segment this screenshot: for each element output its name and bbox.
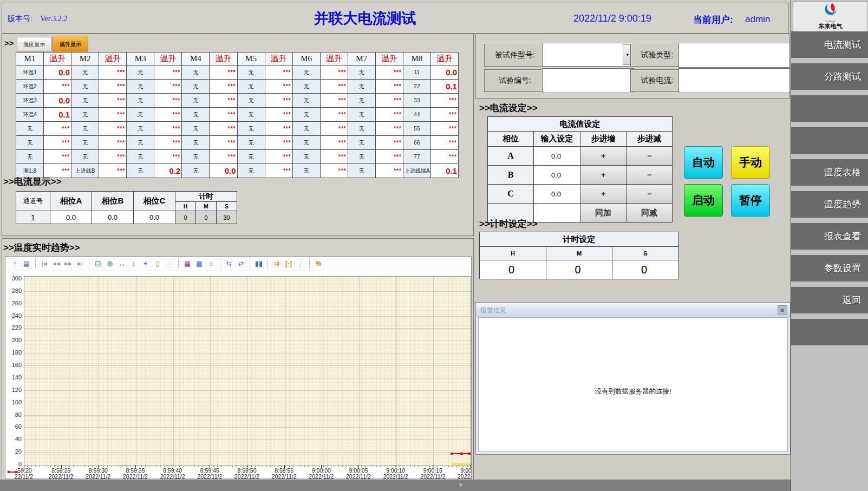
test-current-label: 试验电流: [630, 69, 684, 92]
sensor-label: 55 [403, 122, 430, 136]
cursor-track-icon[interactable]: ⇉ [271, 258, 282, 269]
phase-b-dec-button[interactable]: − [626, 166, 673, 185]
y-tick-label: 60 [6, 423, 22, 430]
sidebar-item-temp-table[interactable]: 温度表格 [791, 159, 868, 186]
integral-icon[interactable]: ∫ [295, 258, 306, 269]
empty-set-input[interactable] [534, 204, 580, 222]
current-display-table: 通道号 相位A 相位B 相位C 计时 H M S 1 0.0 0.0 0.0 0… [16, 191, 237, 224]
sidebar-item-current-test[interactable]: 电流测试 [791, 31, 868, 58]
test-info-panel: 被试件型号: ▼ 试验类型: 试验编号: 试验电流: [475, 34, 790, 99]
phase-b-set-input[interactable]: 0.0 [534, 166, 580, 185]
rise-value: *** [430, 136, 458, 150]
sidebar-item-temp-trend[interactable]: 温度趋势 [791, 191, 868, 218]
report-export-icon[interactable]: ▤ [21, 258, 32, 269]
nav-next-icon[interactable]: ▶▶ [63, 258, 74, 269]
rise-value: *** [99, 122, 127, 136]
close-icon[interactable]: ▦ [778, 305, 787, 315]
zoom-reset-icon[interactable]: ⊡ [93, 258, 103, 269]
sidebar-item-back[interactable]: 返回 [791, 287, 868, 313]
sidebar-item-param-setting[interactable]: 参数设置 [791, 255, 868, 281]
x-tick-label: 8:59:502022/11/2 [228, 468, 266, 479]
sidebar-item-blank-1[interactable] [791, 95, 868, 122]
sensor-label: 无 [71, 80, 99, 94]
temp-table-row: 环温40.1无***无***无***无***无***无***44*** [16, 108, 459, 122]
phase-b-inc-button[interactable]: + [580, 166, 626, 185]
toolbar-separator [220, 259, 220, 269]
zoom-vertical-icon[interactable]: ↕ [128, 258, 139, 269]
dut-model-label: 被试件型号: [484, 44, 546, 67]
timer-setting-table-title: 计时设定 [480, 232, 679, 247]
rise-value: *** [375, 122, 403, 136]
help-icon[interactable]: ? [9, 258, 20, 269]
rise-value: *** [430, 122, 458, 136]
auto-button[interactable]: 自动 [684, 146, 723, 179]
timer-m-input[interactable]: 0 [546, 260, 612, 279]
phase-b-value: 0.0 [92, 211, 134, 224]
sidebar-item-blank-2[interactable] [791, 127, 868, 154]
tab-temperature-display[interactable]: 温度显示 [17, 37, 51, 52]
toolbar-separator [250, 259, 250, 269]
shift-left-icon[interactable]: ⇆ [224, 258, 234, 269]
nav-first-icon[interactable]: |◀ [39, 258, 50, 269]
test-type-input[interactable] [678, 43, 790, 68]
percent-scale-icon[interactable]: % [313, 258, 324, 269]
pause-icon[interactable]: ▮▮ [253, 258, 264, 269]
phase-c-dec-button[interactable]: − [626, 185, 673, 204]
rise-value: *** [99, 108, 127, 122]
scrollbar-thumb[interactable]: ▼ [458, 481, 464, 489]
phase-c-inc-button[interactable]: + [580, 185, 626, 204]
timer-s-input[interactable]: 0 [612, 260, 679, 279]
test-current-input[interactable] [678, 68, 790, 93]
grid-add-icon[interactable]: ▩ [194, 258, 205, 269]
timer-col-s: S [612, 247, 679, 260]
sidebar-item-blank-3[interactable] [791, 319, 868, 345]
temp-table-row: 无***无***无***无***无***无***无***66*** [16, 136, 459, 150]
rise-value: *** [375, 66, 403, 80]
phase-a-dec-button[interactable]: − [626, 147, 673, 166]
phase-a-inc-button[interactable]: + [580, 147, 626, 166]
all-dec-button[interactable]: 同减 [626, 204, 673, 222]
pause-button[interactable]: 暂停 [731, 184, 770, 217]
all-inc-button[interactable]: 同加 [580, 204, 626, 222]
nav-prev-icon[interactable]: ◀◀ [51, 258, 62, 269]
phase-c-set-input[interactable]: 0.0 [534, 185, 580, 204]
tab-rise-display[interactable]: 温升显示 [53, 36, 88, 53]
axis-format-icon[interactable]: ▭ [164, 258, 175, 269]
range-cursor-icon[interactable]: [-] [283, 258, 294, 269]
shift-right-icon[interactable]: ⇄ [236, 258, 246, 269]
x-tick-label: 8:59:452022/11/2 [191, 468, 229, 479]
manual-button[interactable]: 手动 [731, 146, 770, 179]
grid-style-icon[interactable]: ▦ [182, 258, 193, 269]
sidebar-item-branch-test[interactable]: 分路测试 [791, 63, 868, 90]
rise-value: *** [265, 136, 292, 150]
sensor-label: 66 [403, 136, 430, 150]
rise-value: *** [44, 136, 71, 150]
history-clock-icon[interactable]: ◷ [206, 258, 217, 269]
start-button[interactable]: 启动 [684, 184, 723, 217]
sidebar-item-report-view[interactable]: 报表查看 [791, 223, 868, 250]
timer-s-value: 30 [217, 211, 237, 224]
sensor-label: 无 [182, 164, 210, 178]
pan-icon[interactable]: + [140, 258, 151, 269]
rise-value: *** [430, 150, 458, 164]
ruler-icon[interactable]: ▯ [152, 258, 163, 269]
temp-col-rise: 温升 [320, 53, 348, 66]
timer-h-input[interactable]: 0 [480, 260, 546, 279]
zoom-horizontal-icon[interactable]: ↔ [116, 258, 127, 269]
rise-value: *** [99, 66, 127, 80]
toolbar-separator [267, 259, 268, 269]
sensor-label: 77 [403, 150, 430, 164]
zoom-in-icon[interactable]: ⊕ [105, 258, 115, 269]
dut-model-combobox[interactable]: ▼ [542, 43, 634, 67]
sensor-label: 无 [292, 66, 320, 80]
sensor-label: 无 [292, 164, 320, 178]
col-header-phase-b: 相位B [92, 192, 134, 211]
nav-last-icon[interactable]: ▶| [75, 258, 86, 269]
test-type-label: 试验类型: [630, 44, 684, 67]
y-tick-label: 300 [6, 275, 22, 281]
test-no-input[interactable] [542, 68, 634, 93]
sensor-label: 无 [237, 80, 265, 94]
sensor-label: 无 [127, 66, 154, 80]
sidebar: DONGLAI 东来电气 电流测试分路测试温度表格温度趋势报表查看参数设置返回 [791, 0, 868, 491]
phase-a-set-input[interactable]: 0.0 [534, 147, 580, 166]
